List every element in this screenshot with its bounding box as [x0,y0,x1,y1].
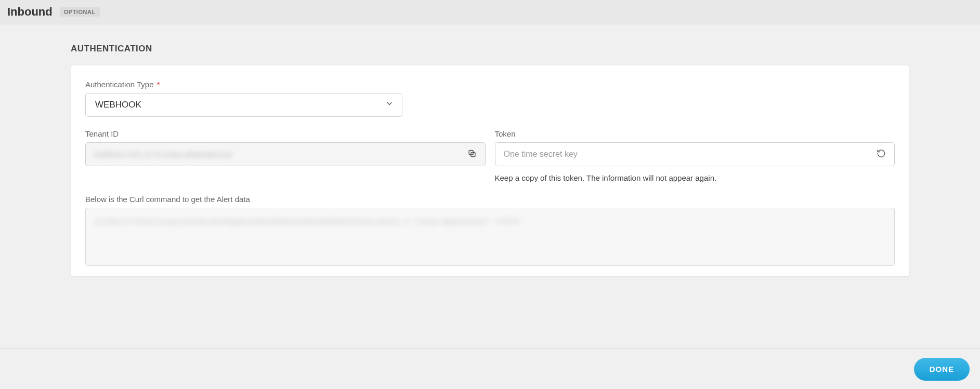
curl-heading: Below is the Curl command to get the Ale… [85,195,895,204]
token-input[interactable] [504,150,872,159]
id-token-row: Tenant ID 0d3ff0e9-32f2-477a-b3ba-8f965d… [85,129,895,182]
tenant-id-value: 0d3ff0e9-32f2-477a-b3ba-8f965d8cb2ef [94,150,232,159]
token-label: Token [495,129,895,138]
page-title: Inbound [7,5,53,19]
section-title: AUTHENTICATION [71,44,909,54]
token-helper-text: Keep a copy of this token. The informati… [495,173,895,182]
required-marker: * [157,80,160,89]
tenant-id-field: Tenant ID 0d3ff0e9-32f2-477a-b3ba-8f965d… [85,129,486,166]
auth-type-select[interactable]: WEBHOOK [85,93,402,117]
content-wrap: AUTHENTICATION Authentication Type * WEB… [0,25,980,276]
copy-icon [467,149,477,160]
auth-type-field: Authentication Type * WEBHOOK [85,80,402,117]
copy-button[interactable] [465,147,479,162]
page-header: Inbound OPTIONAL [0,0,980,24]
optional-badge: OPTIONAL [60,7,100,17]
refresh-icon [877,149,886,160]
auth-type-label-text: Authentication Type [85,80,153,89]
scroll-area[interactable]: AUTHENTICATION Authentication Type * WEB… [0,25,980,348]
tenant-id-label: Tenant ID [85,129,486,138]
token-field: Token Keep a copy of this token. The inf… [495,129,895,182]
auth-card: Authentication Type * WEBHOOK Tenant ID [71,65,909,276]
token-input-wrap [495,142,895,166]
done-button[interactable]: DONE [914,358,970,381]
auth-type-value: WEBHOOK [95,100,141,110]
curl-command-text: curl https://YCC/tenit.int.app.opsramp.n… [94,216,886,229]
regenerate-button[interactable] [874,147,888,162]
auth-type-label: Authentication Type * [85,80,402,89]
footer-bar: DONE [0,348,980,389]
tenant-id-input-wrap: 0d3ff0e9-32f2-477a-b3ba-8f965d8cb2ef [85,142,486,166]
chevron-down-icon [385,100,394,111]
curl-command-box[interactable]: curl https://YCC/tenit.int.app.opsramp.n… [85,208,895,266]
